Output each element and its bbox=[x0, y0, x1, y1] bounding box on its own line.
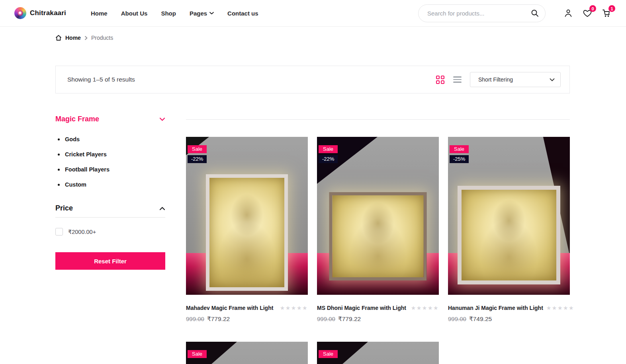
price-checkbox-label: ₹2000.00+ bbox=[68, 229, 96, 235]
nav-home[interactable]: Home bbox=[91, 10, 108, 17]
category-item-cricket-players[interactable]: Cricket Players bbox=[55, 147, 165, 162]
product-card: Sale -22% Mahadev Magic Frame with Light… bbox=[186, 137, 308, 323]
discount-badge: -22% bbox=[319, 155, 338, 163]
product-card: Sale bbox=[317, 342, 439, 364]
wishlist-button[interactable]: 0 bbox=[582, 8, 593, 18]
chevron-down-icon bbox=[159, 117, 165, 121]
grid-view-button[interactable] bbox=[436, 76, 444, 84]
nav-shop[interactable]: Shop bbox=[161, 10, 176, 17]
main-nav: Home About Us Shop Pages Contact us bbox=[91, 10, 258, 17]
list-view-icon bbox=[453, 76, 462, 78]
sale-badge: Sale bbox=[319, 145, 338, 153]
user-icon bbox=[563, 8, 573, 18]
bullet-icon bbox=[58, 169, 60, 171]
chevron-right-icon bbox=[84, 36, 88, 40]
category-item-gods[interactable]: Gods bbox=[55, 132, 165, 147]
reset-filter-button[interactable]: Reset Filter bbox=[55, 252, 165, 270]
rating-stars-icon: ★★★★★ bbox=[280, 305, 308, 311]
lithophane-frame bbox=[458, 186, 560, 284]
current-price: ₹779.22 bbox=[338, 315, 361, 323]
product-grid: Sale -22% Mahadev Magic Frame with Light… bbox=[186, 137, 570, 364]
category-section-header[interactable]: Magic Frame bbox=[55, 115, 165, 123]
old-price: 999.00 bbox=[186, 315, 204, 322]
product-title[interactable]: MS Dhoni Magic Frame with Light bbox=[317, 305, 406, 311]
search-input[interactable] bbox=[427, 10, 531, 17]
rating-stars-icon: ★★★★★ bbox=[411, 305, 439, 311]
sale-badge: Sale bbox=[188, 145, 207, 153]
product-image[interactable]: Sale bbox=[317, 342, 439, 364]
breadcrumb-home-link[interactable]: Home bbox=[65, 35, 81, 41]
search-icon[interactable] bbox=[531, 9, 539, 17]
product-card: Sale -22% MS Dhoni Magic Frame with Ligh… bbox=[317, 137, 439, 323]
product-title[interactable]: Mahadev Magic Frame with Light bbox=[186, 305, 273, 311]
product-image-ms-dhoni[interactable]: Sale -22% bbox=[317, 137, 439, 295]
sale-badge: Sale bbox=[450, 145, 469, 153]
results-count-text: Showing 1–5 of 5 results bbox=[67, 76, 135, 83]
bullet-icon bbox=[58, 154, 60, 156]
product-image-mahadev[interactable]: Sale -22% bbox=[186, 137, 308, 295]
product-card: Sale bbox=[186, 342, 308, 364]
product-image[interactable]: Sale bbox=[186, 342, 308, 364]
cart-count-badge: 1 bbox=[608, 5, 615, 12]
search-bar bbox=[418, 4, 546, 22]
brand-logo[interactable]: Chitrakaari bbox=[14, 7, 66, 19]
category-list: Gods Cricket Players Football Players Cu… bbox=[55, 132, 165, 192]
divider bbox=[55, 217, 165, 218]
current-price: ₹779.22 bbox=[207, 315, 230, 323]
logo-swirl-icon bbox=[14, 7, 26, 19]
nav-pages[interactable]: Pages bbox=[190, 10, 214, 17]
category-item-custom[interactable]: Custom bbox=[55, 177, 165, 192]
lithophane-frame bbox=[329, 192, 427, 280]
content: Magic Frame Gods Cricket Players Footbal… bbox=[55, 93, 626, 364]
bullet-icon bbox=[58, 184, 60, 186]
account-button[interactable] bbox=[563, 8, 573, 18]
nav-contact-us[interactable]: Contact us bbox=[227, 10, 258, 17]
results-bar: Showing 1–5 of 5 results Short Filtering bbox=[55, 66, 570, 93]
price-section-header[interactable]: Price bbox=[55, 204, 165, 212]
sale-badge: Sale bbox=[188, 350, 207, 358]
old-price: 999.00 bbox=[448, 315, 466, 322]
cart-button[interactable]: 1 bbox=[601, 8, 612, 18]
header: Chitrakaari Home About Us Shop Pages Con… bbox=[0, 0, 626, 27]
brand-name: Chitrakaari bbox=[30, 9, 66, 17]
sale-badge: Sale bbox=[319, 350, 338, 358]
sort-dropdown-label: Short Filtering bbox=[478, 76, 550, 83]
divider bbox=[186, 119, 570, 120]
category-item-football-players[interactable]: Football Players bbox=[55, 162, 165, 177]
price-section-title: Price bbox=[55, 204, 73, 212]
discount-badge: -25% bbox=[450, 155, 469, 163]
product-title[interactable]: Hanuman Ji Magic Frame with Light bbox=[448, 305, 543, 311]
discount-badge: -22% bbox=[188, 155, 207, 163]
category-section-title: Magic Frame bbox=[55, 115, 99, 123]
chevron-down-icon bbox=[550, 78, 555, 82]
nav-about-us[interactable]: About Us bbox=[121, 10, 148, 17]
chevron-down-icon bbox=[209, 12, 214, 15]
sort-dropdown[interactable]: Short Filtering bbox=[470, 72, 561, 87]
old-price: 999.00 bbox=[317, 315, 335, 322]
header-icons: 0 1 bbox=[563, 8, 612, 18]
breadcrumb: Home Products bbox=[55, 35, 626, 41]
products-area: Sale -22% Mahadev Magic Frame with Light… bbox=[186, 93, 570, 364]
product-card: Sale -25% Hanuman Ji Magic Frame with Li… bbox=[448, 137, 570, 323]
list-view-button[interactable] bbox=[453, 76, 462, 83]
breadcrumb-current: Products bbox=[91, 35, 113, 41]
price-checkbox[interactable] bbox=[55, 228, 63, 236]
wishlist-count-badge: 0 bbox=[589, 5, 596, 12]
product-image-hanuman-ji[interactable]: Sale -25% bbox=[448, 137, 570, 295]
current-price: ₹749.25 bbox=[469, 315, 492, 323]
home-icon bbox=[55, 35, 62, 41]
filter-sidebar: Magic Frame Gods Cricket Players Footbal… bbox=[55, 93, 165, 364]
grid-view-icon bbox=[436, 76, 440, 79]
lithophane-frame bbox=[206, 174, 288, 291]
bullet-icon bbox=[58, 138, 60, 140]
chevron-up-icon bbox=[159, 206, 165, 210]
rating-stars-icon: ★★★★★ bbox=[546, 305, 574, 311]
price-filter-option[interactable]: ₹2000.00+ bbox=[55, 228, 165, 236]
